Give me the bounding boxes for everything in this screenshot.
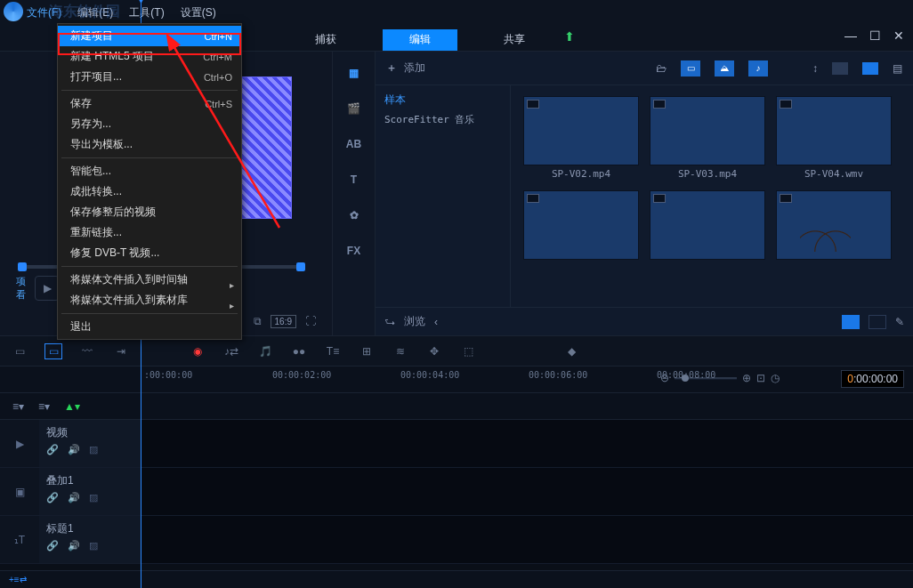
clip-item[interactable]: SP-V02.mp4 (523, 96, 639, 180)
preview-mode-project[interactable]: 项 (16, 275, 26, 288)
template-category-icon[interactable]: 🎬 (343, 100, 365, 117)
sort-button[interactable]: ↕ (812, 62, 818, 75)
clip-item[interactable] (650, 190, 765, 262)
mute-icon[interactable]: 🔊 (68, 540, 80, 552)
record-button[interactable]: ◉ (189, 343, 206, 359)
aspect-ratio[interactable]: 16:9 (271, 315, 296, 328)
tab-edit[interactable]: 编辑 (383, 29, 457, 51)
menu-item-导出为模板...[interactable]: 导出为模板... (58, 134, 241, 155)
track-header[interactable]: 叠加1 🔗🔊▨ (39, 468, 141, 515)
tab-capture[interactable]: 捕获 (288, 29, 363, 51)
timeline-timecode[interactable]: 0:00:00:00 (841, 370, 904, 388)
menu-item-保存修整后的视频[interactable]: 保存修整后的视频 (58, 202, 241, 222)
storyboard-view-button[interactable]: ▭ (11, 343, 28, 359)
menu-item-退出[interactable]: 退出 (58, 317, 241, 337)
filter-category-icon[interactable]: FX (343, 242, 365, 260)
transition-category-icon[interactable]: AB (343, 135, 365, 153)
timeline-view-button[interactable]: ▭ (44, 343, 62, 359)
menu-item-智能包...[interactable]: 智能包... (58, 161, 241, 181)
fullscreen-button[interactable]: ⛶ (305, 315, 316, 328)
step-button[interactable]: ⇥ (112, 343, 130, 359)
link-icon[interactable]: 🔗 (46, 492, 59, 503)
menu-tools[interactable]: 工具(T) (129, 5, 164, 20)
browse-toggle-icon[interactable]: ⮑ (384, 316, 395, 328)
pan-zoom-button[interactable]: ✥ (425, 343, 443, 359)
scroll-left-button[interactable]: ‹ (434, 316, 438, 328)
add-media-button[interactable]: ＋添加 (386, 60, 425, 76)
menu-item-另存为...[interactable]: 另存为... (58, 114, 241, 134)
3d-title-button[interactable]: ◆ (562, 343, 580, 359)
add-track-button[interactable]: +≡⇄ (9, 575, 27, 584)
filter-audio-button[interactable]: ♪ (748, 60, 768, 77)
menu-edit[interactable]: 编辑(E) (77, 5, 113, 20)
preview-mode-clip[interactable]: 看 (16, 288, 26, 302)
fx-icon[interactable]: ▨ (89, 540, 98, 552)
clip-item[interactable]: SP-V03.mp4 (650, 96, 765, 180)
graphic-category-icon[interactable]: ✿ (343, 206, 365, 224)
tree-scorefitter[interactable]: ScoreFitter 音乐 (384, 113, 501, 126)
options-icon[interactable]: ✎ (895, 316, 904, 328)
link-icon[interactable]: 🔗 (46, 540, 59, 552)
minimize-button[interactable]: — (844, 28, 857, 43)
menu-item-将媒体文件插入到时间轴[interactable]: 将媒体文件插入到时间轴 (58, 270, 241, 290)
track-type-icon[interactable]: ₁T (0, 516, 39, 563)
track-body[interactable] (141, 516, 913, 563)
clip-item[interactable]: SP-V04.wmv (776, 96, 892, 180)
mask-button[interactable]: ⬚ (459, 343, 477, 359)
hide-panel-button[interactable]: ▤ (893, 62, 902, 75)
track-body[interactable] (141, 468, 913, 515)
menu-item-成批转换...[interactable]: 成批转换... (58, 181, 241, 202)
fx-icon[interactable]: ▨ (89, 444, 98, 455)
media-category-icon[interactable]: ▦ (343, 64, 365, 82)
upload-icon[interactable]: ⬆ (564, 29, 575, 44)
auto-music-button[interactable]: 🎵 (256, 343, 274, 359)
mute-icon[interactable]: 🔊 (68, 492, 80, 503)
zoom-in-icon[interactable]: ⊕ (742, 372, 751, 384)
filter-video-button[interactable]: ▭ (681, 60, 700, 77)
menu-item-修复 DVB-T 视频...[interactable]: 修复 DVB-T 视频... (58, 243, 241, 263)
snapshot-button[interactable]: ⧉ (254, 315, 262, 328)
close-button[interactable]: ✕ (893, 28, 904, 43)
menu-item-保存[interactable]: 保存Ctrl+S (58, 93, 241, 114)
grid-view-button[interactable] (862, 62, 878, 75)
track-menu-1[interactable]: ≡▾ (12, 400, 24, 413)
multi-view-button[interactable]: ⊞ (358, 343, 376, 359)
mute-icon[interactable]: 🔊 (68, 444, 80, 455)
link-icon[interactable]: 🔗 (46, 444, 59, 455)
track-header[interactable]: 标题1 🔗🔊▨ (39, 516, 141, 563)
clip-item[interactable] (523, 190, 639, 262)
list-view-button[interactable] (832, 62, 848, 75)
menu-item-将媒体文件插入到素材库[interactable]: 将媒体文件插入到素材库 (58, 290, 241, 310)
maximize-button[interactable]: ☐ (869, 28, 881, 43)
browse-label[interactable]: 浏览 (404, 314, 425, 329)
menu-item-重新链接...[interactable]: 重新链接... (58, 222, 241, 243)
import-folder-icon[interactable]: 🗁 (656, 62, 667, 75)
subtitle-button[interactable]: T≡ (324, 343, 342, 359)
menu-item-新建项目[interactable]: 新建项目Ctrl+N (58, 26, 241, 46)
mixer-button[interactable]: 〰 (78, 343, 96, 359)
track-motion-button[interactable]: ≋ (392, 343, 409, 359)
menu-item-新建 HTML5 项目[interactable]: 新建 HTML5 项目Ctrl+M (58, 46, 241, 67)
play-button[interactable]: ▶ (35, 276, 60, 301)
thumb-size-2[interactable] (869, 315, 886, 329)
timeline-ruler[interactable]: ⊖ ⊕ ⊡ ◷ 0:00:00:00 :00:00:0000:00:02:000… (0, 366, 913, 393)
menu-item-打开项目...[interactable]: 打开项目...Ctrl+O (58, 67, 241, 87)
track-type-icon[interactable]: ▣ (0, 468, 39, 515)
marker-button[interactable]: ▲▾ (64, 400, 80, 413)
title-category-icon[interactable]: T (343, 171, 365, 189)
audio-mixer-button[interactable]: ♪⇄ (222, 343, 240, 359)
track-body[interactable] (141, 420, 913, 467)
fit-button[interactable]: ⊡ (756, 372, 765, 384)
motion-button[interactable]: ●● (290, 343, 308, 359)
track-header[interactable]: 视频 🔗🔊▨ (39, 420, 141, 467)
filter-photo-button[interactable]: ⛰ (715, 60, 734, 77)
thumb-size-1[interactable] (842, 315, 860, 329)
tab-share[interactable]: 共享 (477, 29, 552, 51)
fx-icon[interactable]: ▨ (89, 492, 98, 503)
clip-item[interactable] (776, 190, 892, 262)
track-type-icon[interactable]: ▶ (0, 420, 39, 467)
track-menu-2[interactable]: ≡▾ (38, 400, 50, 413)
menu-settings[interactable]: 设置(S) (181, 5, 216, 20)
menu-file[interactable]: 文件(F) (27, 5, 61, 20)
tree-sample[interactable]: 样本 (384, 93, 501, 108)
